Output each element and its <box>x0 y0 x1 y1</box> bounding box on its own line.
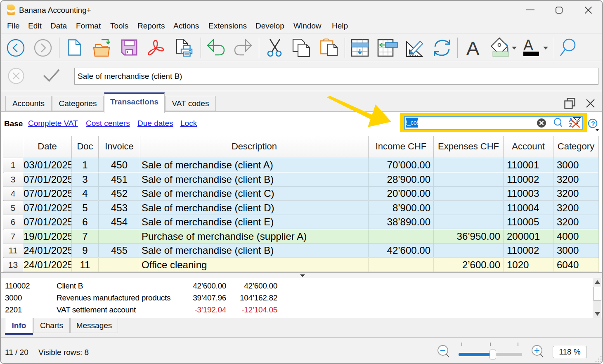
svg-text:?: ? <box>591 121 595 128</box>
svg-text:Z: Z <box>569 123 572 128</box>
svg-text:A: A <box>569 117 573 123</box>
svg-text:A: A <box>523 38 533 54</box>
